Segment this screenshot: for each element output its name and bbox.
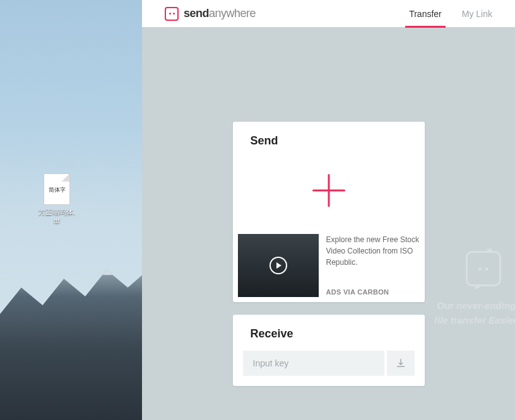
- logo-text: sendanywhere: [184, 7, 256, 20]
- promo-text-line2: file transfer Easier, Fa: [401, 313, 515, 328]
- desktop-area: 简体字 方正喵呜体. ttf: [0, 0, 142, 420]
- promo-icon: [466, 251, 501, 286]
- logo-icon: [165, 7, 179, 21]
- file-icon: 简体字: [44, 173, 70, 205]
- tab-transfer[interactable]: Transfer: [409, 0, 442, 27]
- receive-input-row: [233, 351, 425, 386]
- send-card: Send Explore the new Free Stock Video Co…: [233, 122, 425, 302]
- file-icon-text: 简体字: [44, 174, 69, 206]
- app-header: sendanywhere Transfer My Link: [142, 0, 515, 27]
- receive-card: Receive: [233, 315, 425, 386]
- ad-section[interactable]: Explore the new Free Stock Video Collect…: [233, 228, 425, 302]
- browser-window: sendanywhere Transfer My Link Send Explo…: [142, 0, 515, 420]
- logo[interactable]: sendanywhere: [165, 7, 256, 21]
- download-button[interactable]: [387, 351, 415, 376]
- ad-thumbnail: [238, 234, 319, 297]
- desktop-file-label-line2: ttf: [38, 216, 76, 225]
- nav-tabs: Transfer My Link: [409, 0, 492, 27]
- promo-text-line1: Our never-ending go: [401, 299, 515, 313]
- desktop-file-label-line1: 方正喵呜体.: [38, 207, 76, 216]
- main-content: Send Explore the new Free Stock Video Co…: [142, 27, 515, 386]
- play-icon: [269, 257, 287, 274]
- add-file-area[interactable]: [233, 153, 425, 228]
- download-icon: [395, 358, 406, 369]
- promo-sidebar: Our never-ending go file transfer Easier…: [401, 251, 515, 327]
- plus-icon: [312, 174, 345, 207]
- desktop-file-icon[interactable]: 简体字 方正喵呜体. ttf: [38, 173, 76, 226]
- key-input[interactable]: [243, 351, 384, 376]
- tab-my-link[interactable]: My Link: [462, 0, 492, 27]
- wallpaper-mountains: [0, 243, 142, 420]
- send-title: Send: [233, 122, 425, 153]
- receive-title: Receive: [233, 315, 425, 351]
